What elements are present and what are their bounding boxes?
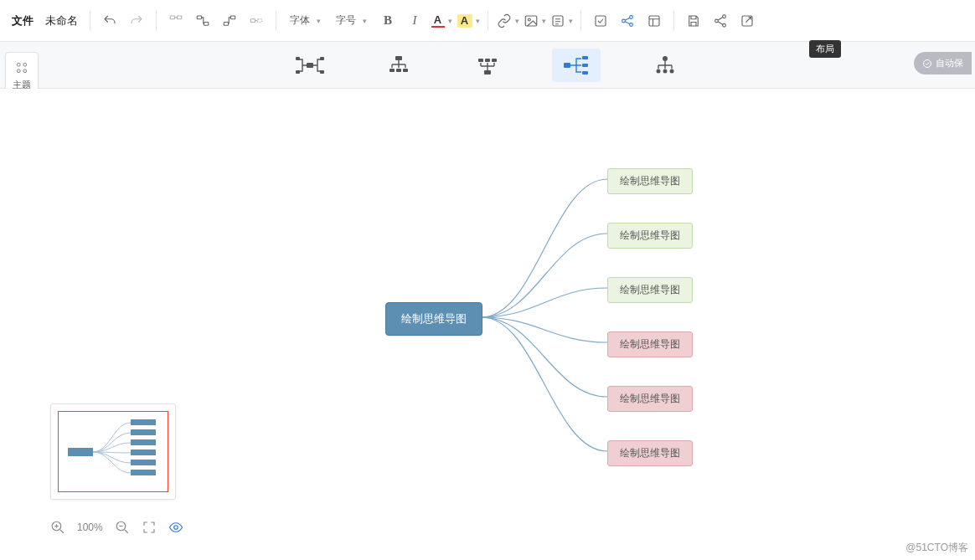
mindmap-child[interactable]: 绘制思维导图 — [607, 440, 693, 466]
toggle-minimap-button[interactable] — [168, 520, 183, 535]
zoom-value[interactable]: 100% — [77, 521, 103, 533]
svg-point-37 — [663, 56, 668, 61]
zoom-controls: 100% — [50, 520, 183, 535]
mindmap-child[interactable]: 绘制思维导图 — [607, 331, 693, 357]
layout-both-icon — [293, 54, 327, 77]
highlight-icon: A — [457, 14, 472, 28]
insert-parent-button[interactable] — [217, 8, 242, 33]
svg-rect-30 — [478, 59, 483, 62]
chevron-down-icon: ▾ — [542, 17, 546, 25]
sibling-node-icon — [168, 13, 183, 28]
export-icon — [740, 13, 755, 28]
chevron-down-icon: ▾ — [363, 17, 367, 25]
svg-rect-20 — [307, 63, 313, 68]
svg-rect-34 — [582, 56, 588, 59]
italic-button[interactable]: I — [402, 8, 427, 33]
image-button[interactable]: ▾ — [522, 8, 547, 33]
task-button[interactable] — [588, 8, 613, 33]
svg-point-17 — [715, 19, 719, 23]
root-label: 绘制思维导图 — [401, 312, 467, 325]
mindmap-child[interactable]: 绘制思维导图 — [607, 277, 693, 303]
template-icon — [647, 13, 662, 28]
mindmap-root-node[interactable]: 绘制思维导图 — [385, 302, 482, 336]
svg-rect-35 — [582, 64, 588, 67]
separator — [673, 11, 674, 31]
child-label: 绘制思维导图 — [620, 338, 680, 350]
svg-point-14 — [630, 23, 633, 26]
layout-tree[interactable] — [641, 49, 689, 82]
svg-point-9 — [528, 18, 530, 21]
autosave-label: 自动保 — [936, 57, 963, 69]
minimap-connectors — [51, 404, 177, 501]
zoom-out-button[interactable] — [115, 520, 130, 535]
svg-rect-7 — [258, 18, 262, 22]
save-button[interactable] — [681, 8, 706, 33]
svg-point-38 — [657, 69, 661, 73]
svg-rect-32 — [492, 59, 497, 62]
svg-point-45 — [23, 69, 27, 72]
mindmap-child[interactable]: 绘制思维导图 — [607, 386, 693, 412]
link-button[interactable]: ▾ — [495, 8, 520, 33]
autosave-badge[interactable]: 自动保 — [914, 52, 972, 74]
layout-right[interactable] — [552, 49, 601, 82]
svg-rect-4 — [231, 16, 235, 19]
separator — [90, 11, 90, 31]
svg-rect-24 — [320, 70, 324, 74]
svg-point-41 — [924, 59, 931, 67]
svg-rect-1 — [178, 16, 182, 19]
undo-icon — [102, 13, 117, 28]
image-icon — [524, 13, 539, 28]
svg-rect-23 — [320, 57, 324, 60]
layout-both-sides[interactable] — [286, 49, 334, 82]
font-size-label: 字号 — [336, 13, 356, 28]
layout-tree-icon — [648, 54, 682, 77]
insert-child-button[interactable] — [190, 8, 215, 33]
highlight-button[interactable]: A▾ — [456, 8, 481, 33]
svg-rect-36 — [582, 71, 588, 74]
zoom-in-icon — [50, 520, 65, 535]
font-family-select[interactable]: 字体▾ — [283, 8, 328, 33]
note-button[interactable]: ▾ — [549, 8, 574, 33]
svg-point-42 — [17, 63, 20, 66]
document-title[interactable]: 未命名 — [40, 13, 83, 28]
mindmap-child[interactable]: 绘制思维导图 — [607, 168, 693, 194]
file-menu[interactable]: 文件 — [7, 13, 39, 28]
layout-org-up[interactable] — [463, 49, 512, 82]
svg-point-12 — [622, 19, 626, 23]
main-toolbar: 文件 未命名 字体▾ 字号▾ B I A▾ A▾ ▾ ▾ ▾ — [0, 0, 975, 42]
svg-rect-21 — [296, 57, 300, 60]
structure-button[interactable] — [615, 8, 640, 33]
undo-button[interactable] — [97, 8, 122, 33]
export-button[interactable] — [735, 8, 760, 33]
child-label: 绘制思维导图 — [620, 229, 680, 241]
insert-sibling-button[interactable] — [163, 8, 188, 33]
italic-icon: I — [413, 13, 417, 28]
layout-org-down-icon — [382, 54, 415, 77]
svg-rect-28 — [403, 69, 408, 72]
svg-rect-8 — [525, 16, 537, 26]
font-color-button[interactable]: A▾ — [429, 8, 454, 33]
template-button[interactable] — [642, 8, 667, 33]
layout-org-down[interactable] — [374, 49, 423, 82]
layout-org-up-icon — [471, 54, 504, 77]
fullscreen-button[interactable] — [142, 520, 157, 535]
svg-point-18 — [723, 23, 726, 27]
svg-rect-2 — [197, 16, 201, 19]
svg-point-48 — [173, 526, 178, 530]
child-label: 绘制思维导图 — [620, 175, 680, 187]
svg-rect-0 — [170, 16, 174, 19]
font-size-select[interactable]: 字号▾ — [329, 8, 374, 33]
svg-point-43 — [23, 63, 27, 66]
svg-point-44 — [17, 69, 20, 72]
share-button[interactable] — [708, 8, 733, 33]
watermark: @51CTO博客 — [905, 541, 968, 555]
redo-button[interactable] — [124, 8, 149, 33]
delete-node-button[interactable] — [244, 8, 269, 33]
mindmap-child[interactable]: 绘制思维导图 — [607, 223, 693, 249]
bold-button[interactable]: B — [375, 8, 400, 33]
link-icon — [497, 13, 512, 28]
zoom-in-button[interactable] — [50, 520, 65, 535]
chevron-down-icon: ▾ — [569, 17, 573, 25]
font-family-label: 字体 — [290, 13, 310, 28]
minimap[interactable] — [50, 403, 176, 500]
